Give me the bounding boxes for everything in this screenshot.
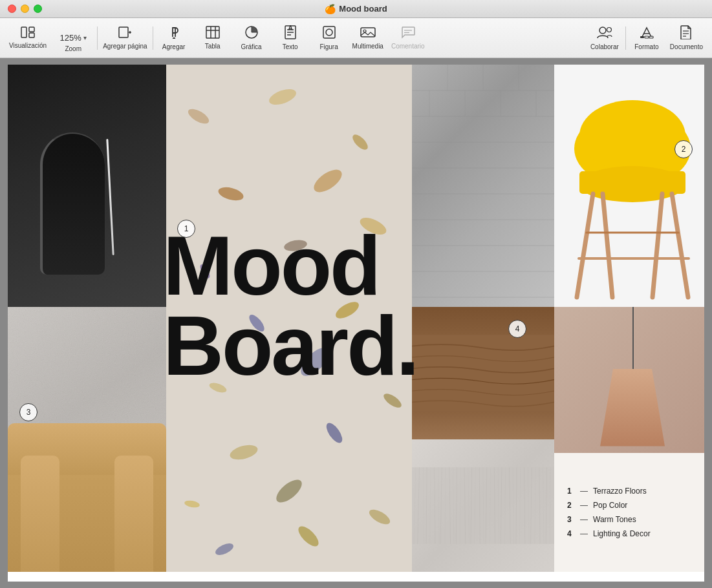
svg-line-78	[603, 194, 612, 297]
image-wood-fur[interactable]	[412, 307, 554, 572]
svg-rect-0	[21, 27, 27, 37]
legend-item-2: 2 — Pop Color	[567, 501, 698, 510]
toolbar-formato[interactable]: Formato	[627, 21, 666, 55]
svg-rect-3	[119, 27, 128, 37]
legend-num-4: 4	[567, 529, 575, 538]
svg-text:A: A	[288, 25, 292, 32]
toolbar-agregar[interactable]: Agregar	[155, 21, 193, 55]
svg-line-77	[672, 194, 688, 297]
maximize-button[interactable]	[34, 5, 42, 13]
text-icon: A	[285, 25, 296, 41]
legend-item-1: 1 — Terrazzo Floors	[567, 487, 698, 496]
window-controls	[8, 5, 42, 13]
svg-rect-31	[649, 36, 653, 38]
lamp-image	[554, 307, 704, 453]
page-badge-3: 3	[19, 403, 38, 421]
svg-rect-75	[579, 171, 685, 194]
shape-icon	[322, 25, 336, 41]
window-title: 🍊 Mood board	[325, 4, 387, 14]
add-page-icon	[118, 26, 132, 41]
multimedia-label: Multimedia	[352, 43, 383, 50]
agregar-pagina-label: Agregar página	[103, 43, 147, 50]
svg-line-79	[653, 194, 662, 297]
toolbar-group-right: Colaborar Formato	[585, 21, 707, 55]
image-lamp-legend[interactable]: 1 — Terrazzo Floors 2 — Pop Color 3 — Wa…	[554, 307, 704, 572]
legend-item-4: 4 — Lighting & Decor	[567, 529, 698, 538]
svg-rect-20	[323, 26, 335, 38]
legend-dash-3: —	[580, 515, 588, 524]
svg-rect-8	[206, 26, 219, 38]
toolbar-texto[interactable]: A Texto	[271, 21, 310, 55]
svg-point-26	[599, 27, 606, 34]
title-bar: 🍊 Mood board	[0, 0, 712, 18]
svg-rect-83	[412, 335, 554, 412]
toolbar-grafica[interactable]: Gráfica	[232, 21, 271, 55]
toolbar-agregar-pagina[interactable]: Agregar página	[99, 21, 151, 55]
comment-icon	[401, 26, 415, 41]
image-terrazzo[interactable]	[166, 65, 412, 572]
legend-label-4: Lighting & Decor	[593, 529, 651, 538]
toolbar-separator-3	[625, 26, 626, 50]
badge-4-number: 4	[515, 324, 520, 333]
zoom-label: Zoom	[65, 45, 81, 52]
page-badge-1: 1	[177, 220, 195, 238]
toolbar-zoom[interactable]: 125% ▾ Zoom	[50, 21, 96, 55]
colaborar-icon	[596, 25, 613, 41]
canvas-area: 1 — Terrazzo Floors 2 — Pop Color 3 — Wa…	[0, 58, 712, 588]
badge-3-number: 3	[27, 408, 31, 417]
app-icon: 🍊	[325, 4, 336, 14]
colaborar-label: Colaborar	[590, 43, 619, 50]
slide-grid: 1 — Terrazzo Floors 2 — Pop Color 3 — Wa…	[8, 65, 704, 582]
page-badge-4: 4	[508, 320, 526, 338]
svg-line-76	[577, 194, 593, 297]
table-icon	[206, 26, 220, 41]
image-chair[interactable]	[8, 65, 166, 307]
legend-label-3: Warm Tones	[593, 515, 636, 524]
toolbar-separator-1	[97, 26, 98, 50]
grafica-label: Gráfica	[241, 43, 261, 50]
badge-1-number: 1	[184, 224, 189, 233]
legend-label-1: Terrazzo Floors	[593, 487, 647, 496]
svg-rect-2	[29, 33, 34, 37]
toolbar-group-left: Visualización 125% ▾ Zoom Agregar página	[5, 21, 429, 55]
image-concrete[interactable]	[412, 65, 554, 307]
legend-num-2: 2	[567, 501, 575, 510]
toolbar-colaborar[interactable]: Colaborar	[585, 21, 624, 55]
toolbar-documento[interactable]: Documento	[666, 21, 707, 55]
texto-label: Texto	[283, 43, 298, 50]
documento-label: Documento	[670, 43, 703, 50]
tabla-label: Tabla	[205, 43, 221, 50]
lamp-shade	[600, 369, 665, 446]
comentario-label: Comentario	[391, 43, 425, 50]
svg-rect-1	[29, 27, 34, 32]
badge-2-number: 2	[682, 145, 686, 154]
image-yellow-chair[interactable]	[554, 65, 704, 307]
legend-num-1: 1	[567, 487, 575, 496]
toolbar-comentario[interactable]: Comentario	[387, 21, 429, 55]
svg-point-73	[579, 100, 685, 171]
visualizacion-label: Visualización	[9, 42, 47, 49]
minimize-button[interactable]	[21, 5, 29, 13]
agregar-label: Agregar	[162, 43, 186, 50]
multimedia-icon	[360, 26, 376, 41]
zoom-caret-icon: ▾	[83, 34, 87, 41]
legend-num-3: 3	[567, 515, 575, 524]
toolbar-visualizacion[interactable]: Visualización	[5, 21, 50, 55]
slide[interactable]: 1 — Terrazzo Floors 2 — Pop Color 3 — Wa…	[8, 65, 704, 582]
paragraph-icon	[168, 25, 180, 41]
grid-icon	[21, 26, 35, 40]
image-gray-wall[interactable]	[8, 307, 166, 572]
svg-point-21	[326, 29, 332, 36]
toolbar-tabla[interactable]: Tabla	[193, 21, 232, 55]
toolbar-figura[interactable]: Figura	[310, 21, 349, 55]
toolbar-multimedia[interactable]: Multimedia	[349, 21, 387, 55]
formato-icon	[640, 25, 654, 41]
toolbar: Visualización 125% ▾ Zoom Agregar página	[0, 18, 712, 58]
formato-label: Formato	[634, 43, 658, 50]
svg-rect-22	[361, 28, 375, 37]
figura-label: Figura	[319, 43, 338, 50]
legend: 1 — Terrazzo Floors 2 — Pop Color 3 — Wa…	[554, 453, 704, 572]
legend-dash-2: —	[580, 501, 588, 510]
svg-rect-30	[645, 36, 649, 38]
close-button[interactable]	[8, 5, 16, 13]
